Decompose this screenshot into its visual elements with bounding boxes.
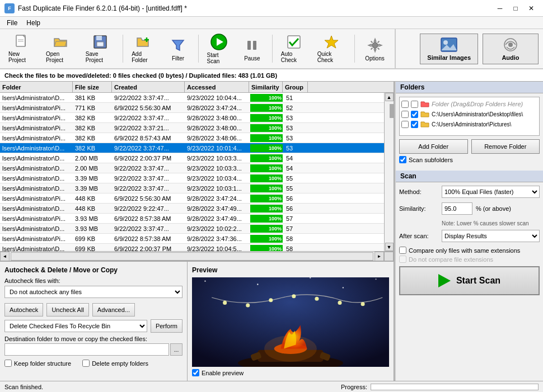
cell-size: 699 KB [73, 234, 112, 243]
similar-images-tab[interactable]: Similar Images [420, 34, 478, 64]
cell-similarity: 100% [249, 234, 284, 243]
method-label: Method: [399, 188, 438, 195]
vertical-scrollbar[interactable]: ▲ ▼ [384, 93, 394, 251]
auto-check-button[interactable]: Auto Check [277, 32, 311, 65]
pause-button[interactable]: Pause [237, 32, 268, 65]
cell-folder: lsers\Administrator\D... [0, 224, 73, 233]
close-button[interactable]: ✕ [524, 3, 539, 14]
similarity-label: Similarity: [399, 205, 438, 212]
svg-point-20 [508, 42, 513, 47]
scroll-thumb[interactable] [390, 104, 394, 118]
table-row[interactable]: lsers\Administrator\D... 3.93 MB 9/22/20… [0, 224, 384, 234]
add-folder-right-button[interactable]: Add Folder [399, 139, 468, 154]
bottom-left-panel: Autocheck & Delete / Move or Copy Autoch… [0, 261, 394, 381]
table-row[interactable]: lsers\Administrator\Pi... 699 KB 6/9/202… [0, 234, 384, 244]
perform-button[interactable]: Perform [151, 319, 182, 333]
destination-input[interactable] [4, 343, 169, 356]
scroll-up-button[interactable]: ▲ [385, 93, 394, 101]
window-controls: ─ □ ✕ [493, 3, 539, 14]
folder-desktop-check1[interactable] [401, 111, 409, 118]
table-row[interactable]: lsers\Administrator\D... 381 KB 9/22/202… [0, 93, 384, 103]
cell-size: 382 KB [73, 133, 112, 143]
save-project-button[interactable]: Save Project [82, 32, 118, 65]
table-row[interactable]: lsers\Administrator\Pi... 448 KB 6/9/202… [0, 193, 384, 204]
start-scan-button[interactable]: Start Scan [203, 32, 234, 65]
scroll-left-button[interactable]: ◄ [0, 252, 10, 261]
similarity-row: Similarity: % (or above) [399, 202, 540, 215]
quick-check-button[interactable]: Quick Check [313, 32, 350, 65]
table-row[interactable]: lsers\Administrator\D... 2.00 MB 9/22/20… [0, 163, 384, 173]
filter-button[interactable]: Filter [163, 32, 194, 65]
scan-subfolders-checkbox[interactable] [399, 156, 406, 163]
hscroll-track[interactable] [11, 252, 373, 261]
cell-created: 6/9/2022 2:00:37 PM [112, 153, 185, 163]
cell-group: 56 [284, 204, 309, 213]
start-scan-main-button[interactable]: Start Scan [399, 266, 540, 295]
cell-similarity: 100% [249, 163, 284, 173]
folder-dragdrop-checkbox2[interactable] [411, 101, 418, 108]
minimize-button[interactable]: ─ [493, 3, 507, 14]
table-row[interactable]: lsers\Administrator\Pi... 382 KB 9/22/20… [0, 113, 384, 123]
table-row[interactable]: lsers\Administrator\Pi... 382 KB 6/9/202… [0, 133, 384, 143]
options-button[interactable]: Options [359, 32, 390, 65]
quick-check-label: Quick Check [317, 51, 346, 63]
menu-file[interactable]: File [2, 18, 22, 28]
add-folder-button[interactable]: Add Folder [128, 32, 160, 65]
table-row[interactable]: lsers\Administrator\D... 3.39 MB 9/22/20… [0, 173, 384, 183]
cell-folder: lsers\Administrator\Pi... [0, 123, 73, 133]
cell-group: 53 [284, 113, 309, 122]
title-text: Fast Duplicate File Finder 6.2.0.1 (64-b… [18, 4, 187, 12]
enable-preview-checkbox[interactable] [192, 369, 199, 376]
autocheck-btn-row: Autocheck Uncheck All Advanced... [4, 303, 182, 317]
similarity-input[interactable] [442, 202, 472, 215]
folder-pictures-check1[interactable] [401, 121, 409, 128]
keep-structure-checkbox[interactable] [4, 360, 12, 367]
table-row[interactable]: lsers\Administrator\D... 3.39 MB 9/22/20… [0, 183, 384, 193]
compare-ext-checkbox[interactable] [399, 247, 406, 254]
table-row[interactable]: lsers\Administrator\D... 382 KB 9/22/202… [0, 143, 384, 153]
scroll-down-button[interactable]: ▼ [385, 243, 394, 251]
table-row[interactable]: lsers\Administrator\D... 2.00 MB 6/9/202… [0, 153, 384, 163]
open-project-label: Open Project [46, 51, 76, 63]
autocheck-button[interactable]: Autocheck [4, 303, 43, 317]
cell-similarity: 100% [249, 103, 284, 112]
uncheck-all-button[interactable]: Uncheck All [46, 303, 88, 317]
cell-folder: lsers\Administrator\Pi... [0, 133, 73, 143]
autocheck-select[interactable]: Do not autocheck any files [4, 286, 182, 298]
horizontal-scrollbar[interactable]: ◄ ► [0, 251, 394, 261]
cell-group: 53 [284, 143, 309, 153]
scan-subfolders-label: Scan subfolders [409, 157, 453, 163]
auto-check-label: Auto Check [281, 51, 307, 63]
table-row[interactable]: lsers\Administrator\D... 448 KB 9/22/202… [0, 204, 384, 214]
folder-pictures-check2[interactable] [411, 121, 418, 128]
cell-created: 6/9/2022 2:00:37 PM [112, 244, 185, 251]
table-row[interactable]: lsers\Administrator\D... 699 KB 6/9/2022… [0, 244, 384, 251]
audio-tab[interactable]: Audio [483, 34, 539, 64]
folder-desktop-check2[interactable] [411, 111, 418, 118]
method-select[interactable]: 100% Equal Files (faster) [442, 186, 540, 198]
delete-empty-checkbox[interactable] [82, 360, 90, 367]
maximize-button[interactable]: □ [508, 3, 523, 14]
table-row[interactable]: lsers\Administrator\Pi... 771 KB 6/9/202… [0, 103, 384, 113]
cell-folder: lsers\Administrator\D... [0, 93, 73, 102]
menu-help[interactable]: Help [22, 18, 45, 28]
destination-browse-button[interactable]: ... [170, 343, 182, 356]
remove-folder-button[interactable]: Remove Folder [471, 139, 540, 154]
left-panel: Folder File size Created Accessed Simila… [0, 82, 395, 381]
table-row[interactable]: lsers\Administrator\Pi... 3.93 MB 6/9/20… [0, 214, 384, 224]
title-bar: F Fast Duplicate File Finder 6.2.0.1 (64… [0, 0, 543, 17]
scroll-right-button[interactable]: ► [375, 252, 384, 261]
info-bar: Check the files to be moved/deleted: 0 f… [0, 69, 543, 82]
new-project-button[interactable]: New Project [4, 32, 40, 65]
open-project-button[interactable]: Open Project [42, 32, 79, 65]
col-sim-header: Similarity [249, 82, 283, 92]
after-scan-select[interactable]: Display Results [442, 230, 540, 242]
cell-size: 382 KB [73, 143, 112, 153]
sep1 [123, 35, 123, 63]
table-row[interactable]: lsers\Administrator\Pi... 382 KB 9/22/20… [0, 123, 384, 133]
cell-accessed: 9/23/2022 10:03:3... [185, 153, 249, 163]
do-not-compare-checkbox [399, 256, 406, 263]
folder-dragdrop-checkbox[interactable] [401, 101, 409, 108]
advanced-button[interactable]: Advanced... [92, 303, 135, 317]
delete-action-select[interactable]: Delete Checked Files To Recycle Bin [4, 320, 147, 332]
